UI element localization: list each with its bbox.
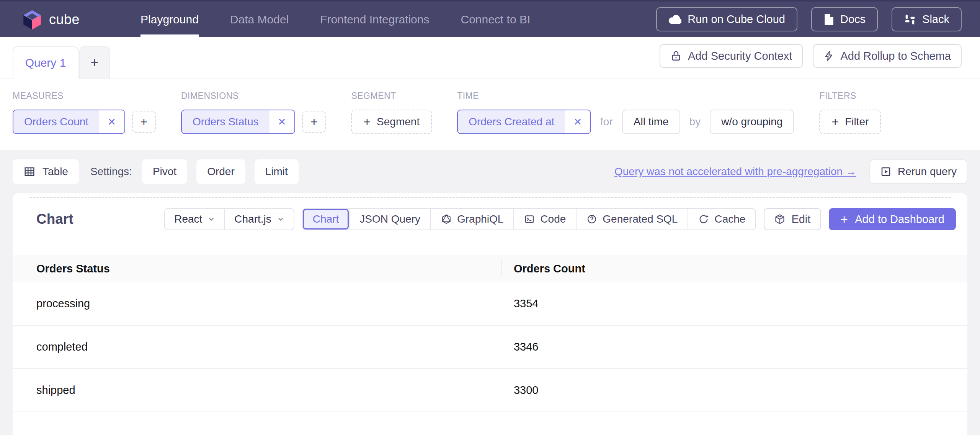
rerun-query-button[interactable]: Rerun query — [869, 159, 967, 184]
run-on-cube-cloud-label: Run on Cube Cloud — [688, 13, 785, 26]
add-filter-label: Filter — [845, 116, 869, 128]
add-segment-label: Segment — [377, 116, 420, 128]
measure-chip-orders-count[interactable]: Orders Count ✕ — [13, 110, 125, 134]
measures-group: MEASURES Orders Count ✕ + — [13, 91, 156, 134]
tab-code[interactable]: Code — [513, 209, 576, 230]
framework-value: React — [174, 213, 202, 225]
play-square-icon — [880, 166, 892, 177]
add-dimension-button[interactable]: + — [302, 111, 326, 133]
question-circle-icon — [586, 214, 597, 225]
table-grid-icon — [23, 166, 36, 178]
brand[interactable]: cube — [22, 10, 80, 30]
remove-time-icon[interactable]: ✕ — [565, 110, 590, 133]
docs-button[interactable]: Docs — [811, 7, 878, 31]
add-rollup-to-schema-button[interactable]: Add Rollup to Schema — [813, 44, 962, 68]
run-on-cube-cloud-button[interactable]: Run on Cube Cloud — [656, 7, 797, 31]
time-label: TIME — [457, 91, 794, 101]
time-chip-label[interactable]: Orders Created at — [458, 110, 565, 133]
cell-orders-status: shipped — [13, 384, 501, 397]
by-label: by — [689, 116, 701, 128]
add-filter-button[interactable]: + Filter — [819, 110, 881, 134]
slack-icon — [904, 13, 916, 26]
chart-title: Chart — [36, 211, 74, 227]
filters-group: FILTERS + Filter — [819, 91, 881, 134]
chevron-down-icon — [207, 215, 215, 223]
result-view-tabs: Chart JSON Query GraphiQL — [302, 208, 756, 230]
time-group: TIME Orders Created at ✕ for All time by… — [457, 91, 794, 134]
time-chip-orders-created-at[interactable]: Orders Created at ✕ — [457, 110, 591, 134]
framework-library-selects: React Chart.js — [164, 208, 294, 230]
nav-item-playground[interactable]: Playground — [125, 2, 214, 37]
table-header-row: Orders Status Orders Count — [13, 255, 967, 282]
plus-icon: + — [310, 116, 318, 128]
table-button-label: Table — [42, 166, 68, 178]
settings-bar: Table Settings: Pivot Order Limit Query … — [0, 150, 980, 193]
query-actions: Add Security Context Add Rollup to Schem… — [660, 44, 962, 68]
refresh-icon — [698, 214, 709, 225]
cell-orders-count: 3300 — [501, 384, 967, 397]
dimensions-group: DIMENSIONS Orders Status ✕ + — [181, 91, 326, 134]
segment-label: SEGMENT — [351, 91, 432, 101]
plus-icon: + — [831, 116, 839, 128]
rerun-query-label: Rerun query — [898, 166, 957, 178]
limit-button[interactable]: Limit — [255, 159, 299, 184]
remove-measure-icon[interactable]: ✕ — [99, 110, 124, 133]
preaggregation-link[interactable]: Query was not accelerated with pre-aggre… — [614, 166, 856, 178]
tab-generated-sql[interactable]: Generated SQL — [576, 209, 688, 230]
measures-label: MEASURES — [13, 91, 156, 101]
table-row: completed 3346 — [13, 326, 967, 369]
edit-label: Edit — [791, 213, 810, 226]
query-builder: MEASURES Orders Count ✕ + DIMENSIONS Ord… — [0, 79, 980, 150]
add-measure-button[interactable]: + — [132, 111, 156, 133]
cell-orders-status: completed — [13, 341, 501, 353]
tab-cache-label: Cache — [714, 213, 745, 225]
tab-chart[interactable]: Chart — [303, 209, 349, 230]
nav-item-connect-to-bi[interactable]: Connect to BI — [445, 2, 546, 37]
date-range-button[interactable]: All time — [622, 110, 680, 134]
main-nav: Playground Data Model Frontend Integrati… — [125, 2, 546, 37]
granularity-button[interactable]: w/o grouping — [710, 110, 794, 134]
pivot-button[interactable]: Pivot — [142, 159, 187, 184]
codesandbox-cube-icon — [774, 214, 785, 225]
table-row: processing 3354 — [13, 282, 967, 326]
top-navbar: cube Playground Data Model Frontend Inte… — [0, 0, 980, 37]
add-security-context-button[interactable]: Add Security Context — [660, 44, 803, 68]
tab-graphiql-label: GraphiQL — [457, 213, 503, 225]
chart-card: Chart React Chart.js Chart — [13, 193, 967, 435]
dimensions-label: DIMENSIONS — [181, 91, 326, 101]
add-query-tab-button[interactable]: + — [79, 46, 110, 79]
tab-cache[interactable]: Cache — [688, 209, 755, 230]
order-button[interactable]: Order — [196, 159, 245, 184]
add-segment-button[interactable]: + Segment — [351, 110, 432, 134]
nav-item-data-model[interactable]: Data Model — [214, 2, 304, 37]
lock-icon — [670, 50, 682, 62]
bolt-icon — [823, 50, 834, 62]
column-header-orders-status[interactable]: Orders Status — [13, 262, 501, 275]
framework-select[interactable]: React — [165, 209, 224, 230]
for-label: for — [600, 116, 613, 128]
cell-orders-count: 3346 — [501, 341, 967, 353]
slack-button[interactable]: Slack — [892, 7, 962, 31]
chart-card-header: Chart React Chart.js Chart — [13, 198, 967, 230]
query-tabs-bar: Query 1 + Add Security Context Add Rollu… — [0, 37, 980, 79]
tab-query-1[interactable]: Query 1 — [13, 46, 78, 79]
library-select[interactable]: Chart.js — [224, 209, 293, 230]
remove-dimension-icon[interactable]: ✕ — [270, 110, 295, 133]
tab-json-query-label: JSON Query — [359, 213, 420, 225]
settings-buttons: Pivot Order Limit — [142, 159, 299, 184]
tab-json-query[interactable]: JSON Query — [349, 209, 430, 230]
filters-label: FILTERS — [819, 91, 881, 101]
tab-chart-label: Chart — [313, 213, 339, 225]
dimension-chip-orders-status[interactable]: Orders Status ✕ — [181, 110, 296, 134]
tab-graphiql[interactable]: GraphiQL — [430, 209, 513, 230]
plus-icon: + — [363, 116, 371, 128]
measure-chip-label[interactable]: Orders Count — [13, 110, 99, 133]
dimension-chip-label[interactable]: Orders Status — [182, 110, 270, 133]
cube-logo-icon — [22, 10, 42, 30]
chart-type-table-button[interactable]: Table — [13, 159, 79, 184]
nav-item-frontend-integrations[interactable]: Frontend Integrations — [304, 2, 445, 37]
add-to-dashboard-button[interactable]: + Add to Dashboard — [829, 208, 956, 230]
column-header-orders-count[interactable]: Orders Count — [501, 262, 967, 275]
results-area: Table Settings: Pivot Order Limit Query … — [0, 150, 980, 435]
edit-button[interactable]: Edit — [764, 208, 821, 230]
